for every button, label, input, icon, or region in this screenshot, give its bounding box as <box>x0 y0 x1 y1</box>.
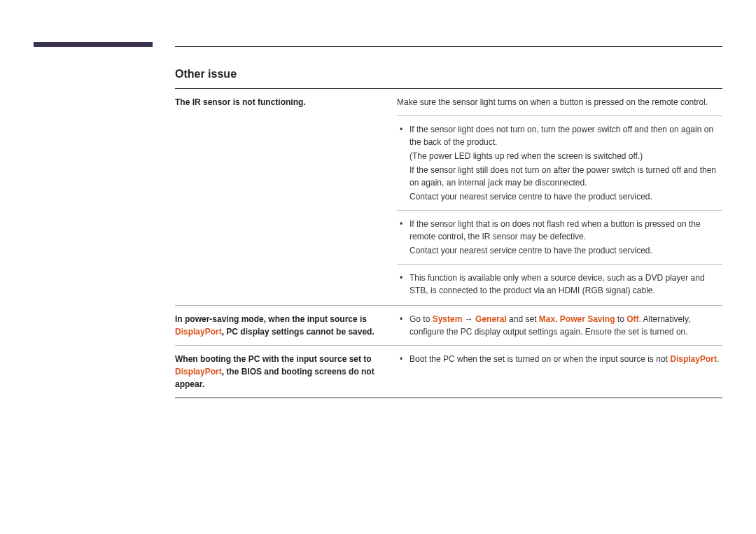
issue-solution: Boot the PC when the set is turned on or… <box>397 353 722 391</box>
text: Boot the PC when the set is turned on or… <box>410 354 670 364</box>
text: In power-saving mode, when the input sou… <box>175 314 367 324</box>
text: Contact your nearest service centre to h… <box>410 244 722 257</box>
section-title: Other issue <box>175 66 722 83</box>
text: If the sensor light that is on does not … <box>410 218 722 243</box>
text: If the sensor light does not turn on, tu… <box>410 123 722 148</box>
issue-row: When booting the PC with the input sourc… <box>175 346 722 398</box>
highlight-max-power-saving: Max. Power Saving <box>539 314 615 324</box>
text: (The power LED lights up red when the sc… <box>410 150 722 162</box>
text: When booting the PC with the input sourc… <box>175 354 372 364</box>
arrow: → <box>462 314 475 324</box>
header-rule <box>175 46 722 47</box>
text: . <box>717 354 719 364</box>
issue-row: In power-saving mode, when the input sou… <box>175 306 722 345</box>
text: If the sensor light still does not turn … <box>410 164 722 189</box>
issue-label: In power-saving mode, when the input sou… <box>175 313 397 338</box>
content-area: Other issue The IR sensor is not functio… <box>175 66 722 398</box>
text: This function is available only when a s… <box>410 272 722 297</box>
issue-label: When booting the PC with the input sourc… <box>175 353 397 391</box>
issue-label: The IR sensor is not functioning. <box>175 96 397 298</box>
highlight-displayport: DisplayPort <box>670 354 717 364</box>
solution-bullet: If the sensor light that is on does not … <box>397 218 722 257</box>
text: to <box>615 314 627 324</box>
text: Go to <box>410 314 433 324</box>
highlight-displayport: DisplayPort <box>175 367 222 377</box>
issue-solution: Make sure the sensor light turns on when… <box>397 96 722 298</box>
highlight-off: Off <box>626 314 638 324</box>
highlight-general: General <box>475 314 507 324</box>
solution-bullet: If the sensor light does not turn on, tu… <box>397 123 722 203</box>
highlight-system: System <box>433 314 463 324</box>
text: and set <box>507 314 539 324</box>
solution-bullet: This function is available only when a s… <box>397 272 722 297</box>
solution-bullet: Go to System → General and set Max. Powe… <box>397 313 722 338</box>
divider <box>397 264 722 265</box>
solution-bullet: Boot the PC when the set is turned on or… <box>397 353 722 365</box>
divider <box>397 210 722 211</box>
text: , PC display settings cannot be saved. <box>222 327 374 337</box>
header-accent-bar <box>34 42 153 47</box>
issue-row: The IR sensor is not functioning. Make s… <box>175 89 722 305</box>
text: Contact your nearest service centre to h… <box>410 190 722 203</box>
highlight-displayport: DisplayPort <box>175 327 222 337</box>
divider <box>175 398 722 398</box>
divider <box>397 115 722 116</box>
solution-text: Make sure the sensor light turns on when… <box>397 96 722 108</box>
issue-solution: Go to System → General and set Max. Powe… <box>397 313 722 338</box>
